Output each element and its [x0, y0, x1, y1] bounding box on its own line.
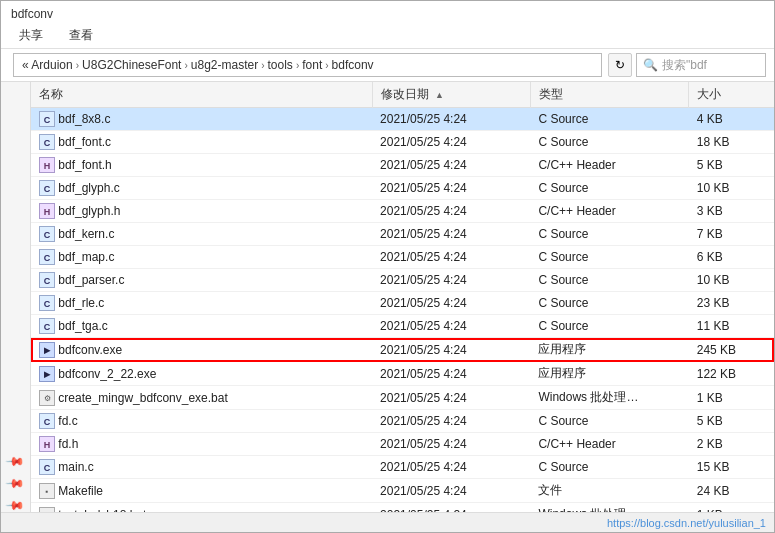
- file-name: bdf_font.c: [58, 135, 111, 149]
- cell-type: Windows 批处理…: [530, 503, 688, 513]
- file-name: bdfconv.exe: [58, 343, 122, 357]
- path-part-3: tools: [268, 58, 293, 72]
- cell-name: H bdf_glyph.h: [31, 200, 372, 223]
- file-name: main.c: [58, 460, 93, 474]
- cell-name: ⚙ create_mingw_bdfconv_exe.bat: [31, 386, 372, 410]
- cell-name: C bdf_rle.c: [31, 292, 372, 315]
- cell-type: C Source: [530, 246, 688, 269]
- table-row[interactable]: C bdf_parser.c 2021/05/25 4:24 C Source …: [31, 269, 774, 292]
- cell-name: H fd.h: [31, 433, 372, 456]
- cell-type: C Source: [530, 108, 688, 131]
- table-header: 名称 修改日期 ▲ 类型 大小: [31, 82, 774, 108]
- file-panel: 名称 修改日期 ▲ 类型 大小: [31, 82, 774, 512]
- file-icon-h: H: [39, 157, 55, 173]
- menu-bar: 共享 查看: [1, 23, 774, 49]
- pin-icon-1[interactable]: 📌: [5, 451, 26, 472]
- table-row[interactable]: H bdf_glyph.h 2021/05/25 4:24 C/C++ Head…: [31, 200, 774, 223]
- cell-size: 5 KB: [689, 154, 774, 177]
- cell-date: 2021/05/25 4:24: [372, 131, 530, 154]
- cell-date: 2021/05/25 4:24: [372, 108, 530, 131]
- table-row[interactable]: C bdf_map.c 2021/05/25 4:24 C Source 6 K…: [31, 246, 774, 269]
- address-bar: « Arduion › U8G2ChineseFont › u8g2-maste…: [1, 49, 774, 82]
- path-sep-4: ›: [325, 60, 328, 71]
- cell-type: C/C++ Header: [530, 433, 688, 456]
- sort-arrow-date: ▲: [435, 90, 444, 100]
- table-row[interactable]: H bdf_font.h 2021/05/25 4:24 C/C++ Heade…: [31, 154, 774, 177]
- col-header-size[interactable]: 大小: [689, 82, 774, 108]
- table-row[interactable]: C bdf_glyph.c 2021/05/25 4:24 C Source 1…: [31, 177, 774, 200]
- cell-name: C bdf_8x8.c: [31, 108, 372, 131]
- file-name: bdf_rle.c: [58, 296, 104, 310]
- file-name: bdf_8x8.c: [58, 112, 110, 126]
- cell-type: C Source: [530, 292, 688, 315]
- path-sep-2: ›: [261, 60, 264, 71]
- cell-date: 2021/05/25 4:24: [372, 154, 530, 177]
- file-name: fd.c: [58, 414, 77, 428]
- cell-type: C Source: [530, 177, 688, 200]
- cell-type: C Source: [530, 269, 688, 292]
- cell-name: C bdf_map.c: [31, 246, 372, 269]
- file-icon-h: H: [39, 436, 55, 452]
- file-icon-c: C: [39, 111, 55, 127]
- cell-size: 10 KB: [689, 269, 774, 292]
- table-row[interactable]: C main.c 2021/05/25 4:24 C Source 15 KB: [31, 456, 774, 479]
- file-icon-c: C: [39, 180, 55, 196]
- cell-date: 2021/05/25 4:24: [372, 246, 530, 269]
- file-icon-c: C: [39, 295, 55, 311]
- cell-date: 2021/05/25 4:24: [372, 338, 530, 362]
- menu-view[interactable]: 查看: [61, 25, 101, 46]
- cell-size: 10 KB: [689, 177, 774, 200]
- cell-date: 2021/05/25 4:24: [372, 433, 530, 456]
- search-box[interactable]: 🔍 搜索"bdf: [636, 53, 766, 77]
- path-sep-0: ›: [76, 60, 79, 71]
- path-part-2: u8g2-master: [191, 58, 258, 72]
- table-row[interactable]: ⚙ create_mingw_bdfconv_exe.bat 2021/05/2…: [31, 386, 774, 410]
- table-row[interactable]: C bdf_font.c 2021/05/25 4:24 C Source 18…: [31, 131, 774, 154]
- file-icon-h: H: [39, 203, 55, 219]
- cell-name: C bdf_kern.c: [31, 223, 372, 246]
- file-name: bdf_glyph.c: [58, 181, 119, 195]
- table-row[interactable]: C bdf_8x8.c 2021/05/25 4:24 C Source 4 K…: [31, 108, 774, 131]
- file-name: fd.h: [58, 437, 78, 451]
- cell-name: C fd.c: [31, 410, 372, 433]
- pin-icon-2[interactable]: 📌: [5, 473, 26, 494]
- cell-size: 23 KB: [689, 292, 774, 315]
- cell-date: 2021/05/25 4:24: [372, 269, 530, 292]
- cell-size: 2 KB: [689, 433, 774, 456]
- cell-type: C Source: [530, 223, 688, 246]
- table-row[interactable]: C bdf_tga.c 2021/05/25 4:24 C Source 11 …: [31, 315, 774, 338]
- table-row[interactable]: C fd.c 2021/05/25 4:24 C Source 5 KB: [31, 410, 774, 433]
- cell-name: C bdf_glyph.c: [31, 177, 372, 200]
- cell-date: 2021/05/25 4:24: [372, 410, 530, 433]
- cell-date: 2021/05/25 4:24: [372, 177, 530, 200]
- file-name: bdf_glyph.h: [58, 204, 120, 218]
- table-row[interactable]: ▪ Makefile 2021/05/25 4:24 文件 24 KB: [31, 479, 774, 503]
- cell-type: C Source: [530, 131, 688, 154]
- cell-name: ▶ bdfconv_2_22.exe: [31, 362, 372, 386]
- file-icon-exe: ▶: [39, 342, 55, 358]
- table-row[interactable]: ▶ bdfconv_2_22.exe 2021/05/25 4:24 应用程序 …: [31, 362, 774, 386]
- table-row[interactable]: C bdf_rle.c 2021/05/25 4:24 C Source 23 …: [31, 292, 774, 315]
- table-row[interactable]: ▶ bdfconv.exe 2021/05/25 4:24 应用程序 245 K…: [31, 338, 774, 362]
- cell-size: 245 KB: [689, 338, 774, 362]
- col-header-date[interactable]: 修改日期 ▲: [372, 82, 530, 108]
- pin-icon-3[interactable]: 📌: [5, 495, 26, 512]
- table-row[interactable]: ⚙ test_helvb18.bat 2021/05/25 4:24 Windo…: [31, 503, 774, 513]
- menu-share[interactable]: 共享: [11, 25, 51, 46]
- status-bar: https://blog.csdn.net/yulusilian_1: [1, 512, 774, 532]
- table-row[interactable]: H fd.h 2021/05/25 4:24 C/C++ Header 2 KB: [31, 433, 774, 456]
- cell-date: 2021/05/25 4:24: [372, 362, 530, 386]
- search-placeholder: 搜索"bdf: [662, 57, 707, 74]
- col-header-name[interactable]: 名称: [31, 82, 372, 108]
- refresh-button[interactable]: ↻: [608, 53, 632, 77]
- cell-size: 11 KB: [689, 315, 774, 338]
- table-row[interactable]: C bdf_kern.c 2021/05/25 4:24 C Source 7 …: [31, 223, 774, 246]
- file-name: bdf_kern.c: [58, 227, 114, 241]
- address-path[interactable]: « Arduion › U8G2ChineseFont › u8g2-maste…: [13, 53, 602, 77]
- col-header-type[interactable]: 类型: [530, 82, 688, 108]
- file-name: bdf_map.c: [58, 250, 114, 264]
- cell-name: C main.c: [31, 456, 372, 479]
- cell-size: 5 KB: [689, 410, 774, 433]
- file-name: bdf_font.h: [58, 158, 111, 172]
- window-title: bdfconv: [11, 7, 53, 21]
